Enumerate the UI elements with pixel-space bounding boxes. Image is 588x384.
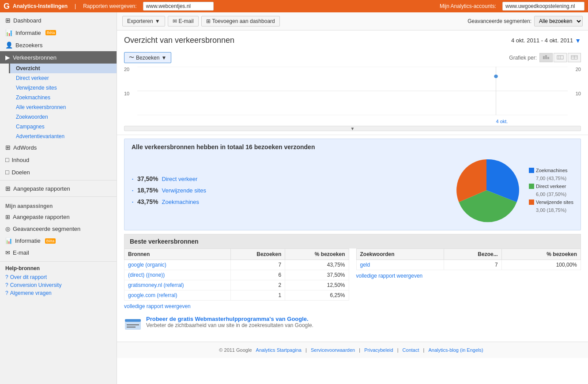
help-algemene-vragen[interactable]: ? Algemene vragen [5,289,111,297]
sidebar-item-bezoekers[interactable]: 👤 Bezoekers [0,39,117,51]
table-row: google.com (referral) 1 6,25% [124,290,349,301]
mijn-aanpassingen-section: Mijn aanpassingen ⊞ Aangepaste rapporten… [0,197,117,262]
chart-y-labels: 20 10 [124,67,135,115]
sidebar-item-doelen[interactable]: □ Doelen [0,166,117,178]
full-report-zoekwoorden-link[interactable]: volledige rapport weergeven [356,273,423,279]
subnav-overzicht[interactable]: Overzicht [9,64,117,73]
inhoud-label: Inhoud [11,157,29,163]
svg-rect-2 [547,57,549,59]
stat-bullet-1: · [132,175,134,183]
sidebar-item-dashboard[interactable]: ⊞ Dashboard [0,14,117,26]
promo-title[interactable]: Probeer de gratis Webmasterhulpprogramma… [146,316,313,322]
mijn-segmenten-label: Geavanceerde segmenten [13,226,80,232]
exporteren-btn[interactable]: Exporteren ▼ [122,16,165,26]
footer-link-servicevoorwaarden[interactable]: Servicevoorwaarden [311,347,355,353]
source-link-2[interactable]: (direct) ((none)) [128,272,165,278]
y-right-mid: 10 [570,91,581,96]
grafiek-per-label: Grafiek per: [509,55,537,61]
stat-link-1[interactable]: Direct verkeer [162,176,198,182]
subnav-verwijzende-sites[interactable]: Verwijzende sites [9,83,117,93]
subnav-advertentievarianten[interactable]: Advertentievarianten [9,132,117,141]
full-report-bronnen-link[interactable]: volledige rapport weergeven [124,303,191,309]
subnav-zoekmachines[interactable]: Zoekmachines [9,93,117,102]
mijn-email[interactable]: ✉ E-mail [0,247,117,259]
subnav-zoekwoorden[interactable]: Zoekwoorden [9,112,117,122]
aangepaste-rapporten-label: Aangepaste rapporten [13,185,70,192]
week-view-icon [557,54,564,60]
col-bronnen: Bronnen [124,249,231,260]
legend-direct-verkeer: Direct verkeer [529,184,573,189]
page-title: Overzicht van verkeersbronnen [124,36,234,45]
mijn-aangepaste-rapporten[interactable]: ⊞ Aangepaste rapporten [0,211,117,223]
stat-link-3[interactable]: Zoekmachines [162,199,200,205]
chart-metric-btn[interactable]: 〜 Bezoeken ▼ [124,52,171,63]
pct-3: 12,50% [285,280,349,290]
table-bronnen: Bronnen Bezoeken % bezoeken google (orga… [124,248,349,310]
view-week-btn[interactable] [554,53,567,62]
source-link-1[interactable]: google (organic) [128,262,166,268]
info-icon: 📊 [5,237,12,244]
source-link-4[interactable]: google.com (referral) [128,292,177,298]
top-bar-right: Mijn Analytics-accounts: www.uwgoedkoops… [440,2,584,11]
zoekwoorden-table: Zoekwoorden Bezoe... % bezoeken geld 7 1… [356,248,581,270]
date-range[interactable]: 4 okt. 2011 - 4 okt. 2011 ▼ [511,37,581,44]
stat-pct-3: 43,75% [137,198,158,205]
footer-link-startpagina[interactable]: Analytics Startpagina [256,347,302,353]
stat-pct-2: 18,75% [137,187,158,194]
view-day-btn[interactable] [539,53,553,62]
chart-controls: 〜 Bezoeken ▼ Grafiek per: [124,52,581,63]
view-month-btn[interactable] [568,53,581,62]
toevoegen-btn[interactable]: ⊞ Toevoegen aan dashboard [201,16,280,26]
footer-link-privacybeleid[interactable]: Privacybeleid [364,347,393,353]
pie-chart-svg [451,155,522,226]
kw-visits-1: 7 [444,260,501,270]
sidebar-item-verkeersbronnen[interactable]: ▶ Verkeersbronnen [0,51,117,64]
layout: ⊞ Dashboard 📊 Informatie Bèta 👤 Bezoeker… [0,12,588,384]
date-range-arrow: ▼ [575,37,581,44]
segmenten-select[interactable]: Alle bezoeken [534,16,583,26]
subnav-alle-verkeersbronnen[interactable]: Alle verkeersbronnen [9,102,117,112]
y-mid: 10 [124,91,135,96]
subnav-campagnes[interactable]: Campagnes [9,122,117,132]
promo-bar: Probeer de gratis Webmasterhulpprogramma… [124,316,581,336]
kw-pct-1: 100,00% [501,260,580,270]
subnav-direct-verkeer[interactable]: Direct verkeer [9,73,117,83]
site-select[interactable]: www.webcentjes.nl [143,2,214,11]
sidebar-item-aangepaste-rapporten[interactable]: ⊞ Aangepaste rapporten [0,182,117,195]
pie-container: Zoekmachines 7,00 (43,75%) Direct verkee… [451,155,573,226]
doelen-icon: □ [5,169,9,176]
help-algemene-label: Algemene vragen [10,290,52,296]
help-conversion-university[interactable]: ? Conversion University [5,281,111,289]
mijn-informatie[interactable]: 📊 Informatie Bèta [0,235,117,247]
email-btn[interactable]: ✉ E-mail [168,16,199,26]
chart-scroll[interactable]: ▼ [124,126,581,131]
table-row: gratismoney.nl (referral) 2 12,50% [124,280,349,290]
account-select[interactable]: www.uwgoedkoopstelening.nl [502,2,584,11]
y-max: 20 [124,67,135,72]
geavanceerde-label: Geavanceerde segmenten: [467,18,531,24]
stat-bullet-3: · [132,198,134,206]
analytics-settings-link[interactable]: Analytics-Instellingen [13,3,68,9]
help-over-rapport[interactable]: ? Over dit rapport [5,273,111,281]
inhoud-icon: □ [5,156,9,163]
sidebar-item-informatie[interactable]: 📊 Informatie Bèta [0,26,117,39]
source-link-3[interactable]: gratismoney.nl (referral) [128,282,184,288]
help-icon-1: ? [5,274,8,280]
sidebar-item-adwords[interactable]: ⊞ AdWords [0,141,117,154]
chart-svg [137,67,568,115]
email-label: E-mail [179,18,194,24]
footer-link-blog[interactable]: Analytics-blog (in Engels) [429,347,483,353]
legend-color-verwijzende [529,200,534,205]
segmenten-icon: ◎ [5,226,10,232]
chart-metric-label: Bezoeken [136,55,159,61]
mijn-geavanceerde-segmenten[interactable]: ◎ Geavanceerde segmenten [0,223,117,235]
stat-link-2[interactable]: Verwijzende sites [162,187,206,194]
visits-1: 7 [231,260,285,270]
chart-view-btns: Grafiek per: [509,53,581,62]
sidebar-item-inhoud[interactable]: □ Inhoud [0,154,117,166]
bezoekers-icon: 👤 [5,41,13,49]
svg-rect-1 [545,55,547,59]
footer-link-contact[interactable]: Contact [403,347,419,353]
stat-direct-verkeer: · 37,50% Direct verkeer [132,175,442,183]
keyword-link-1[interactable]: geld [360,262,370,268]
